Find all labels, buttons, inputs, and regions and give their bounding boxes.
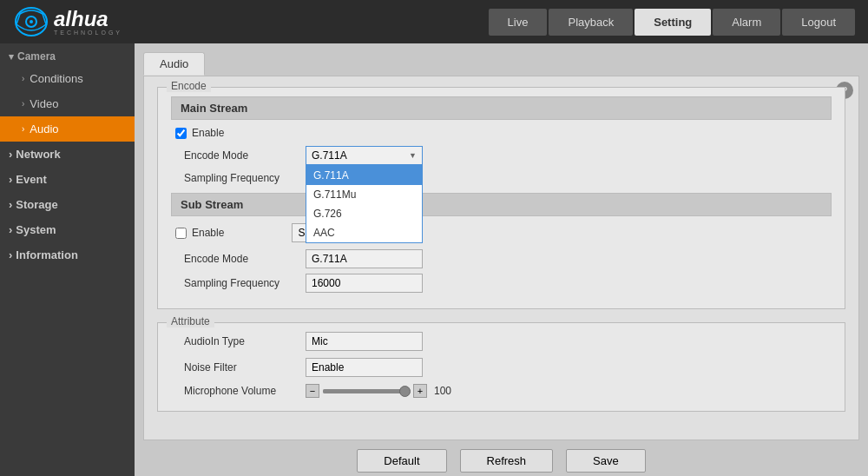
logo: alhua TECHNOLOGY — [13, 5, 122, 38]
noise-filter-select[interactable]: Enable Disable — [306, 358, 423, 377]
slider-value: 100 — [434, 385, 451, 397]
sidebar: ▾ Camera › Conditions › Video › Audio › … — [0, 43, 135, 476]
sidebar-item-network[interactable]: › Network — [0, 142, 135, 167]
sidebar-item-video[interactable]: › Video — [0, 91, 135, 116]
sub-enable-label: Enable — [192, 227, 224, 239]
logo-icon — [13, 5, 49, 38]
event-arrow-icon: › — [9, 173, 12, 186]
storage-arrow-icon: › — [9, 198, 12, 211]
sidebar-item-system[interactable]: › System — [0, 217, 135, 242]
main-enable-row: Enable — [171, 127, 832, 139]
video-arrow-icon: › — [22, 99, 24, 109]
slider-plus-button[interactable]: + — [413, 384, 427, 398]
encode-mode-dropdown-display[interactable]: G.711A ▼ — [306, 146, 423, 165]
encode-mode-value: G.711A — [312, 149, 347, 162]
dropdown-option-g711mu[interactable]: G.711Mu — [306, 185, 422, 204]
encode-group-label: Encode — [167, 80, 211, 92]
main-content: Audio ? Encode Main Stream Enable — [135, 43, 868, 476]
audio-tab[interactable]: Audio — [143, 52, 205, 76]
sub-enable-row: Enable Sub Stream 1 Sub Stream 2 — [171, 223, 832, 242]
sub-sampling-freq-label: Sampling Frequency — [184, 277, 306, 289]
main-encode-mode-row: Encode Mode G.711A ▼ G.711A G.711Mu G.72… — [171, 146, 832, 165]
dropdown-chevron-icon: ▼ — [409, 151, 417, 160]
conditions-arrow-icon: › — [22, 74, 24, 83]
system-arrow-icon: › — [9, 223, 12, 236]
noise-filter-row: Noise Filter Enable Disable — [171, 358, 832, 377]
mic-volume-label: Microphone Volume — [184, 385, 306, 397]
brand-sub: TECHNOLOGY — [54, 30, 122, 36]
sub-sampling-freq-row: Sampling Frequency 16000 8000 — [171, 274, 832, 293]
audioin-type-row: AudioIn Type Mic LineIn — [171, 332, 832, 351]
header: alhua TECHNOLOGY Live Playback Setting A… — [0, 0, 868, 43]
sidebar-item-event[interactable]: › Event — [0, 167, 135, 192]
main-encode-mode-label: Encode Mode — [184, 149, 306, 162]
sub-enable-checkbox[interactable] — [175, 228, 187, 239]
content-box: ? Encode Main Stream Enable Encode Mode — [143, 76, 859, 440]
noise-filter-label: Noise Filter — [184, 361, 306, 374]
attribute-group-label: Attribute — [167, 315, 214, 327]
tab-setting[interactable]: Setting — [635, 9, 711, 36]
encode-group: Encode Main Stream Enable Encode Mode — [157, 87, 845, 309]
attribute-group: Attribute AudioIn Type Mic LineIn Noise … — [157, 322, 845, 412]
sub-stream-header: Sub Stream — [171, 193, 832, 216]
tab-logout[interactable]: Logout — [782, 9, 855, 36]
sidebar-item-conditions[interactable]: › Conditions — [0, 66, 135, 91]
main-sampling-freq-label: Sampling Frequency — [184, 172, 306, 184]
sidebar-item-information[interactable]: › Information — [0, 242, 135, 268]
bottom-bar: Default Refresh Save — [143, 440, 859, 476]
dropdown-option-g711a[interactable]: G.711A — [306, 166, 422, 185]
audio-arrow-icon: › — [22, 124, 24, 134]
network-arrow-icon: › — [9, 148, 12, 161]
dropdown-option-aac[interactable]: AAC — [306, 223, 422, 242]
main-sampling-freq-row: Sampling Frequency ▼ — [171, 170, 832, 186]
main-stream-header: Main Stream — [171, 96, 832, 120]
camera-chevron-icon: ▾ — [9, 51, 14, 63]
slider-container: − + 100 — [306, 384, 451, 398]
refresh-button[interactable]: Refresh — [460, 449, 554, 473]
main-enable-label: Enable — [192, 127, 224, 139]
default-button[interactable]: Default — [357, 449, 446, 473]
information-arrow-icon: › — [9, 248, 12, 261]
body-layout: ▾ Camera › Conditions › Video › Audio › … — [0, 43, 868, 476]
sidebar-item-audio[interactable]: › Audio — [0, 116, 135, 142]
slider-thumb[interactable] — [399, 386, 411, 397]
sub-encode-mode-select[interactable]: G.711A G.711Mu G.726 AAC — [306, 249, 423, 268]
tab-live[interactable]: Live — [489, 9, 548, 36]
sub-encode-mode-label: Encode Mode — [184, 253, 306, 265]
slider-fill — [323, 389, 405, 393]
sidebar-item-storage[interactable]: › Storage — [0, 192, 135, 217]
brand-name: alhua — [54, 9, 122, 30]
tab-alarm[interactable]: Alarm — [713, 9, 780, 36]
main-enable-checkbox[interactable] — [175, 128, 187, 139]
sub-encode-mode-row: Encode Mode G.711A G.711Mu G.726 AAC — [171, 249, 832, 268]
nav-tabs: Live Playback Setting Alarm Logout — [489, 9, 855, 36]
sidebar-section-camera: ▾ Camera — [0, 43, 135, 66]
audioin-type-label: AudioIn Type — [184, 335, 306, 347]
save-button[interactable]: Save — [566, 449, 646, 473]
slider-track[interactable] — [323, 389, 410, 393]
dropdown-option-g726[interactable]: G.726 — [306, 204, 422, 223]
svg-point-2 — [30, 20, 33, 23]
tab-playback[interactable]: Playback — [549, 9, 633, 36]
encode-mode-dropdown-list: G.711A G.711Mu G.726 AAC — [306, 165, 423, 243]
mic-volume-row: Microphone Volume − + 100 — [171, 384, 832, 398]
tab-bar: Audio — [143, 52, 859, 76]
audioin-type-select[interactable]: Mic LineIn — [306, 332, 423, 351]
sub-sampling-freq-select[interactable]: 16000 8000 — [306, 274, 423, 293]
encode-mode-dropdown-container: G.711A ▼ G.711A G.711Mu G.726 AAC — [306, 146, 423, 165]
slider-minus-button[interactable]: − — [306, 384, 319, 398]
